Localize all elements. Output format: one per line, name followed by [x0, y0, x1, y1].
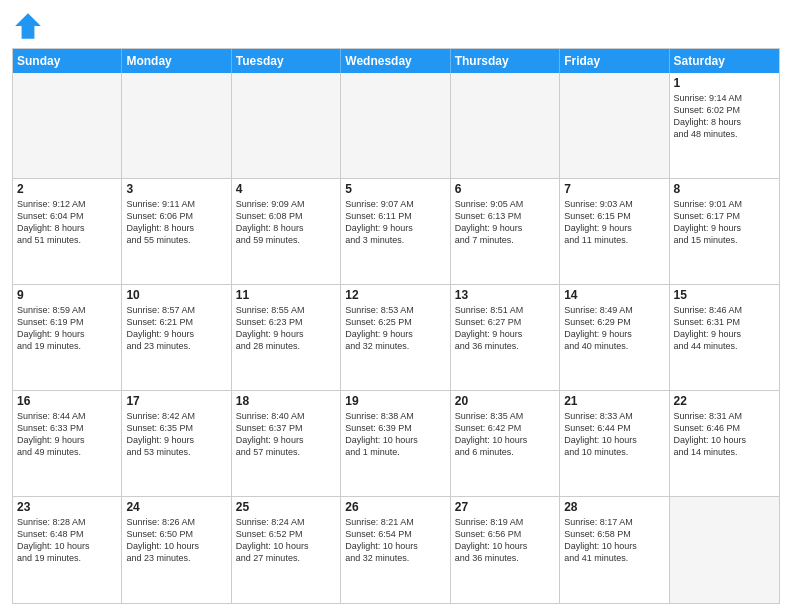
day-number: 5 [345, 182, 445, 196]
calendar: SundayMondayTuesdayWednesdayThursdayFrid… [12, 48, 780, 604]
calendar-cell: 23Sunrise: 8:28 AM Sunset: 6:48 PM Dayli… [13, 497, 122, 603]
day-info: Sunrise: 9:03 AM Sunset: 6:15 PM Dayligh… [564, 198, 664, 247]
calendar-cell: 8Sunrise: 9:01 AM Sunset: 6:17 PM Daylig… [670, 179, 779, 284]
day-number: 24 [126, 500, 226, 514]
calendar-cell: 3Sunrise: 9:11 AM Sunset: 6:06 PM Daylig… [122, 179, 231, 284]
day-number: 22 [674, 394, 775, 408]
day-info: Sunrise: 8:17 AM Sunset: 6:58 PM Dayligh… [564, 516, 664, 565]
calendar-cell: 20Sunrise: 8:35 AM Sunset: 6:42 PM Dayli… [451, 391, 560, 496]
day-info: Sunrise: 8:21 AM Sunset: 6:54 PM Dayligh… [345, 516, 445, 565]
calendar-cell: 26Sunrise: 8:21 AM Sunset: 6:54 PM Dayli… [341, 497, 450, 603]
day-info: Sunrise: 8:46 AM Sunset: 6:31 PM Dayligh… [674, 304, 775, 353]
day-number: 14 [564, 288, 664, 302]
calendar-cell: 9Sunrise: 8:59 AM Sunset: 6:19 PM Daylig… [13, 285, 122, 390]
day-number: 13 [455, 288, 555, 302]
day-info: Sunrise: 8:53 AM Sunset: 6:25 PM Dayligh… [345, 304, 445, 353]
logo [12, 10, 48, 42]
day-number: 1 [674, 76, 775, 90]
weekday-header-thursday: Thursday [451, 49, 560, 73]
calendar-cell: 25Sunrise: 8:24 AM Sunset: 6:52 PM Dayli… [232, 497, 341, 603]
day-info: Sunrise: 8:24 AM Sunset: 6:52 PM Dayligh… [236, 516, 336, 565]
day-number: 12 [345, 288, 445, 302]
calendar-cell [13, 73, 122, 178]
day-info: Sunrise: 9:11 AM Sunset: 6:06 PM Dayligh… [126, 198, 226, 247]
day-number: 10 [126, 288, 226, 302]
calendar-cell: 16Sunrise: 8:44 AM Sunset: 6:33 PM Dayli… [13, 391, 122, 496]
calendar-cell: 5Sunrise: 9:07 AM Sunset: 6:11 PM Daylig… [341, 179, 450, 284]
calendar-cell: 18Sunrise: 8:40 AM Sunset: 6:37 PM Dayli… [232, 391, 341, 496]
calendar-cell: 2Sunrise: 9:12 AM Sunset: 6:04 PM Daylig… [13, 179, 122, 284]
calendar-header: SundayMondayTuesdayWednesdayThursdayFrid… [13, 49, 779, 73]
day-info: Sunrise: 9:01 AM Sunset: 6:17 PM Dayligh… [674, 198, 775, 247]
calendar-cell: 14Sunrise: 8:49 AM Sunset: 6:29 PM Dayli… [560, 285, 669, 390]
calendar-cell: 10Sunrise: 8:57 AM Sunset: 6:21 PM Dayli… [122, 285, 231, 390]
day-info: Sunrise: 8:42 AM Sunset: 6:35 PM Dayligh… [126, 410, 226, 459]
calendar-cell [560, 73, 669, 178]
day-number: 16 [17, 394, 117, 408]
calendar-cell [451, 73, 560, 178]
calendar-cell: 4Sunrise: 9:09 AM Sunset: 6:08 PM Daylig… [232, 179, 341, 284]
day-info: Sunrise: 8:59 AM Sunset: 6:19 PM Dayligh… [17, 304, 117, 353]
calendar-cell: 19Sunrise: 8:38 AM Sunset: 6:39 PM Dayli… [341, 391, 450, 496]
page-header [12, 10, 780, 42]
day-info: Sunrise: 8:28 AM Sunset: 6:48 PM Dayligh… [17, 516, 117, 565]
calendar-body: 1Sunrise: 9:14 AM Sunset: 6:02 PM Daylig… [13, 73, 779, 603]
day-number: 19 [345, 394, 445, 408]
calendar-cell: 7Sunrise: 9:03 AM Sunset: 6:15 PM Daylig… [560, 179, 669, 284]
day-number: 2 [17, 182, 117, 196]
day-info: Sunrise: 8:26 AM Sunset: 6:50 PM Dayligh… [126, 516, 226, 565]
day-info: Sunrise: 8:57 AM Sunset: 6:21 PM Dayligh… [126, 304, 226, 353]
calendar-cell: 21Sunrise: 8:33 AM Sunset: 6:44 PM Dayli… [560, 391, 669, 496]
calendar-cell: 22Sunrise: 8:31 AM Sunset: 6:46 PM Dayli… [670, 391, 779, 496]
weekday-header-sunday: Sunday [13, 49, 122, 73]
calendar-row-2: 2Sunrise: 9:12 AM Sunset: 6:04 PM Daylig… [13, 179, 779, 285]
day-number: 6 [455, 182, 555, 196]
day-number: 28 [564, 500, 664, 514]
day-info: Sunrise: 8:51 AM Sunset: 6:27 PM Dayligh… [455, 304, 555, 353]
calendar-row-5: 23Sunrise: 8:28 AM Sunset: 6:48 PM Dayli… [13, 497, 779, 603]
day-number: 26 [345, 500, 445, 514]
calendar-row-3: 9Sunrise: 8:59 AM Sunset: 6:19 PM Daylig… [13, 285, 779, 391]
day-info: Sunrise: 9:14 AM Sunset: 6:02 PM Dayligh… [674, 92, 775, 141]
calendar-cell: 15Sunrise: 8:46 AM Sunset: 6:31 PM Dayli… [670, 285, 779, 390]
calendar-cell: 24Sunrise: 8:26 AM Sunset: 6:50 PM Dayli… [122, 497, 231, 603]
calendar-cell [232, 73, 341, 178]
day-number: 8 [674, 182, 775, 196]
day-number: 21 [564, 394, 664, 408]
day-info: Sunrise: 9:07 AM Sunset: 6:11 PM Dayligh… [345, 198, 445, 247]
day-info: Sunrise: 8:49 AM Sunset: 6:29 PM Dayligh… [564, 304, 664, 353]
day-number: 11 [236, 288, 336, 302]
day-number: 20 [455, 394, 555, 408]
weekday-header-wednesday: Wednesday [341, 49, 450, 73]
day-number: 7 [564, 182, 664, 196]
day-number: 18 [236, 394, 336, 408]
day-info: Sunrise: 8:44 AM Sunset: 6:33 PM Dayligh… [17, 410, 117, 459]
calendar-cell [341, 73, 450, 178]
day-number: 15 [674, 288, 775, 302]
calendar-cell: 28Sunrise: 8:17 AM Sunset: 6:58 PM Dayli… [560, 497, 669, 603]
calendar-cell: 13Sunrise: 8:51 AM Sunset: 6:27 PM Dayli… [451, 285, 560, 390]
day-info: Sunrise: 9:12 AM Sunset: 6:04 PM Dayligh… [17, 198, 117, 247]
day-number: 9 [17, 288, 117, 302]
day-info: Sunrise: 8:33 AM Sunset: 6:44 PM Dayligh… [564, 410, 664, 459]
day-number: 4 [236, 182, 336, 196]
day-number: 27 [455, 500, 555, 514]
day-info: Sunrise: 9:05 AM Sunset: 6:13 PM Dayligh… [455, 198, 555, 247]
calendar-cell: 1Sunrise: 9:14 AM Sunset: 6:02 PM Daylig… [670, 73, 779, 178]
weekday-header-friday: Friday [560, 49, 669, 73]
calendar-cell: 12Sunrise: 8:53 AM Sunset: 6:25 PM Dayli… [341, 285, 450, 390]
calendar-cell: 11Sunrise: 8:55 AM Sunset: 6:23 PM Dayli… [232, 285, 341, 390]
calendar-cell: 27Sunrise: 8:19 AM Sunset: 6:56 PM Dayli… [451, 497, 560, 603]
day-number: 23 [17, 500, 117, 514]
logo-icon [12, 10, 44, 42]
day-info: Sunrise: 8:19 AM Sunset: 6:56 PM Dayligh… [455, 516, 555, 565]
weekday-header-saturday: Saturday [670, 49, 779, 73]
day-info: Sunrise: 8:55 AM Sunset: 6:23 PM Dayligh… [236, 304, 336, 353]
calendar-cell: 6Sunrise: 9:05 AM Sunset: 6:13 PM Daylig… [451, 179, 560, 284]
calendar-cell [670, 497, 779, 603]
day-info: Sunrise: 8:38 AM Sunset: 6:39 PM Dayligh… [345, 410, 445, 459]
day-info: Sunrise: 8:40 AM Sunset: 6:37 PM Dayligh… [236, 410, 336, 459]
calendar-cell [122, 73, 231, 178]
day-info: Sunrise: 8:35 AM Sunset: 6:42 PM Dayligh… [455, 410, 555, 459]
day-info: Sunrise: 8:31 AM Sunset: 6:46 PM Dayligh… [674, 410, 775, 459]
